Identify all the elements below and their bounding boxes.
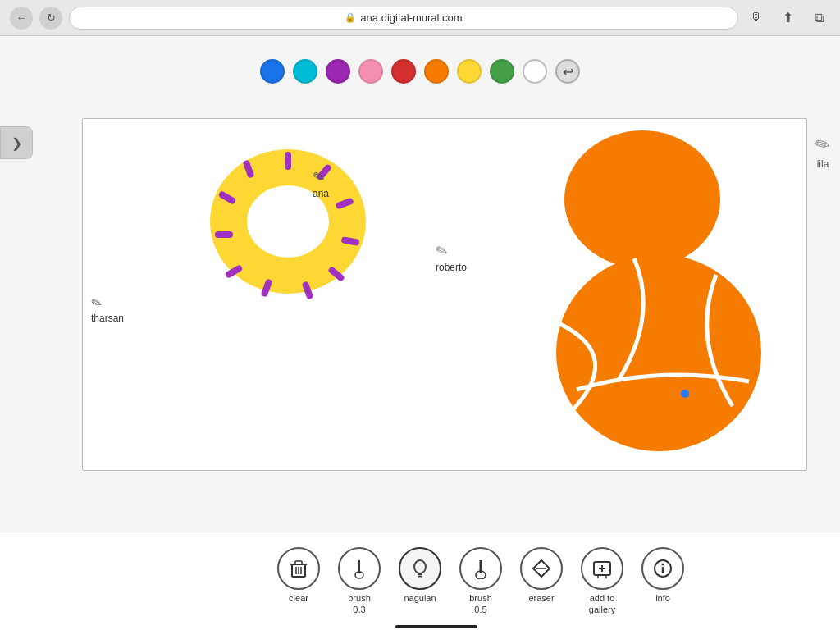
svg-point-14 — [556, 254, 761, 451]
svg-rect-4 — [215, 231, 233, 238]
tharsan-username: tharsan — [91, 313, 124, 324]
trash-icon — [288, 558, 309, 579]
cursor-roberto: ✏ roberto — [436, 242, 467, 273]
yellow-donut-shape — [206, 144, 370, 299]
color-palette: ↩ — [260, 59, 580, 84]
info-icon — [652, 558, 673, 579]
microphone-icon[interactable]: 🎙 — [745, 7, 768, 30]
lila-cursor-icon: ✏ — [813, 133, 833, 158]
tool-brush-small[interactable]: brush0.3 — [331, 547, 388, 614]
orange-blob-bottom — [552, 250, 765, 455]
blue-dot-indicator — [681, 390, 689, 398]
canvas-content: ✏ ana ✏ roberto ✏ tharsan — [83, 119, 806, 470]
roberto-pen-icon: ✏ — [432, 240, 451, 262]
tharsan-pen-icon: ✏ — [88, 294, 104, 313]
color-yellow[interactable] — [457, 59, 482, 84]
clear-icon-circle — [277, 547, 320, 590]
svg-rect-12 — [285, 152, 291, 170]
active-tool-circle — [399, 547, 441, 590]
eraser-icon — [531, 558, 552, 579]
eraser-icon-circle — [520, 547, 563, 590]
app-area: ↩ ❯ ✏ lila — [0, 36, 840, 630]
color-blue[interactable] — [260, 59, 285, 84]
add-gallery-icon-circle — [581, 547, 623, 590]
orange-blob-top — [560, 127, 724, 271]
eraser-label: eraser — [528, 593, 554, 604]
lock-icon: 🔒 — [345, 12, 356, 23]
refresh-button[interactable]: ↻ — [39, 7, 62, 30]
info-icon-circle — [641, 547, 684, 590]
ana-pen-icon: ✏ — [309, 167, 329, 189]
lila-username: lila — [817, 158, 829, 170]
color-white[interactable] — [523, 59, 547, 84]
tool-add-to-gallery[interactable]: add togallery — [573, 547, 631, 614]
tool-info[interactable]: info — [634, 547, 692, 604]
address-bar[interactable]: 🔒 ana.digital-mural.com — [69, 7, 738, 30]
add-gallery-label: add togallery — [589, 593, 615, 614]
tabs-icon[interactable]: ⧉ — [807, 7, 830, 30]
browser-bar: ← ↻ 🔒 ana.digital-mural.com 🎙 ⬆ ⧉ — [0, 0, 840, 36]
color-pink[interactable] — [358, 59, 383, 84]
tool-brush-large[interactable]: brush0.5 — [452, 547, 509, 614]
drawing-canvas[interactable]: ✏ ana ✏ roberto ✏ tharsan — [82, 118, 807, 471]
clear-label: clear — [289, 593, 308, 604]
sidebar-expand-button[interactable]: ❯ — [0, 126, 33, 159]
svg-rect-19 — [295, 561, 302, 564]
color-purple[interactable] — [326, 59, 350, 84]
ana-username: ana — [313, 188, 329, 199]
tool-clear[interactable]: clear — [270, 547, 327, 604]
share-icon[interactable]: ⬆ — [776, 7, 799, 30]
browser-actions: 🎙 ⬆ ⧉ — [745, 7, 830, 30]
cursor-tharsan: ✏ tharsan — [91, 295, 124, 324]
svg-point-24 — [355, 572, 363, 578]
tool-eraser[interactable]: eraser — [513, 547, 570, 604]
gallery-icon — [591, 558, 613, 579]
color-cyan[interactable] — [293, 59, 317, 84]
brush-large-icon — [470, 558, 491, 579]
bottom-bar-indicator — [395, 625, 477, 628]
svg-point-25 — [414, 560, 426, 573]
info-label: info — [655, 593, 670, 604]
brush-small-icon — [349, 558, 370, 579]
cursor-ana: ✏ ana — [313, 168, 329, 199]
active-user-label-tool: nagulan — [404, 593, 436, 604]
tool-active-nagulan[interactable]: nagulan — [391, 547, 449, 604]
svg-point-13 — [564, 130, 720, 268]
roberto-username: roberto — [436, 262, 467, 273]
color-green[interactable] — [490, 59, 514, 84]
bottom-toolbar: clear brush0.3 — [0, 532, 840, 630]
svg-point-37 — [662, 564, 664, 566]
lightbulb-icon — [409, 558, 431, 579]
back-button[interactable]: ← — [10, 7, 33, 30]
color-red[interactable] — [391, 59, 416, 84]
undo-button[interactable]: ↩ — [555, 59, 580, 84]
brush-large-label: brush0.5 — [469, 593, 492, 614]
tool-group: clear brush0.3 — [253, 547, 708, 614]
brush-small-label: brush0.3 — [348, 593, 371, 614]
brush-small-icon-circle — [338, 547, 381, 590]
remote-user-lila: ✏ lila — [815, 135, 830, 170]
color-orange[interactable] — [424, 59, 449, 84]
brush-large-icon-circle — [459, 547, 502, 590]
